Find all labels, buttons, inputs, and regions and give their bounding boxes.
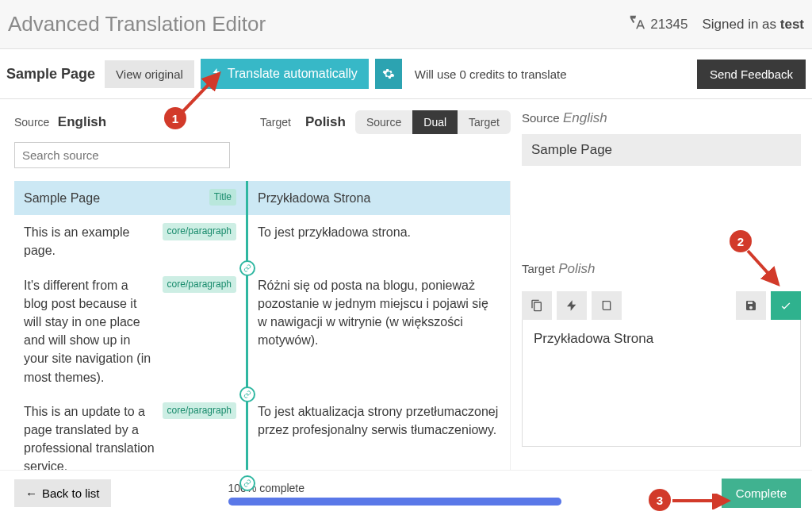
panel-source-lang: English (563, 110, 607, 125)
send-feedback-button[interactable]: Send Feedback (697, 60, 806, 89)
annotation-2: 2 (730, 230, 752, 252)
search-input[interactable] (14, 142, 230, 168)
glossary-button[interactable] (592, 291, 622, 320)
segment-row[interactable]: This is an example page. core/paragraph … (14, 215, 510, 267)
translate-auto-label: Translate automatically (228, 67, 358, 81)
credits-count: 21345 (650, 17, 688, 33)
back-label: Back to list (42, 486, 100, 500)
credits-badge: 21345 (628, 13, 688, 35)
link-icon[interactable] (239, 386, 255, 402)
annotation-3: 3 (649, 489, 671, 511)
source-lang: English (58, 114, 106, 129)
progress: 100% complete (228, 482, 561, 506)
segment-row[interactable]: It's different from a blog post because … (14, 268, 510, 394)
svg-line-0 (183, 74, 219, 111)
arrow-left-icon: ← (25, 486, 37, 500)
view-switch: Source Dual Target (355, 110, 511, 134)
annotation-1: 1 (164, 107, 186, 129)
panel-source-text: Sample Page (522, 134, 801, 166)
segment-badge: core/paragraph (163, 402, 236, 419)
segment-source: Sample Page (24, 189, 201, 207)
target-editor[interactable]: Przykładowa Strona (522, 320, 801, 447)
segment-row[interactable]: Sample Page Title Przykładowa Strona (14, 181, 510, 215)
panel-target-label: Target (522, 262, 555, 275)
machine-translate-button[interactable] (557, 291, 587, 320)
back-button[interactable]: ← Back to list (14, 479, 111, 507)
segment-badge: core/paragraph (163, 223, 236, 240)
panel-source-label: Source (522, 111, 560, 125)
panel-target-lang: Polish (558, 261, 595, 276)
copy-source-button[interactable] (522, 291, 552, 320)
toolbar: Sample Page View original Translate auto… (0, 49, 812, 99)
segment-target: Przykładowa Strona (248, 181, 510, 215)
top-header: Advanced Translation Editor 21345 Signed… (0, 0, 812, 49)
segments-pane: Source English Target Polish Source Dual… (0, 99, 511, 496)
switch-dual[interactable]: Dual (412, 110, 458, 134)
editor-pane: Source English Sample Page Target Polish (511, 99, 812, 496)
svg-line-1 (748, 251, 778, 284)
target-lang: Polish (305, 114, 346, 130)
segment-source: This is an update to a page translated b… (24, 402, 155, 476)
switch-target[interactable]: Target (458, 110, 511, 134)
segment-target: Różni się od posta na blogu, ponieważ po… (248, 268, 510, 394)
translate-icon (628, 13, 645, 35)
progress-fill (228, 498, 561, 506)
credits-note: Will use 0 credits to translate (415, 67, 567, 81)
segment-target: To jest przykładowa strona. (248, 215, 510, 267)
segment-source: This is an example page. (24, 223, 155, 260)
switch-source[interactable]: Source (355, 110, 412, 134)
segment-source: It's different from a blog post because … (24, 276, 155, 386)
app-title: Advanced Translation Editor (8, 12, 266, 37)
signed-in-label: Signed in as test (702, 17, 804, 33)
save-button[interactable] (736, 291, 766, 320)
progress-text: 100% complete (228, 482, 561, 494)
segment-badge: Title (209, 189, 236, 206)
page-title: Sample Page (6, 66, 95, 83)
translate-settings-button[interactable] (375, 59, 402, 89)
link-icon[interactable] (239, 260, 255, 276)
target-label: Target (260, 116, 291, 129)
segment-badge: core/paragraph (163, 276, 236, 293)
source-label: Source (14, 116, 49, 129)
accept-button[interactable] (771, 291, 801, 320)
